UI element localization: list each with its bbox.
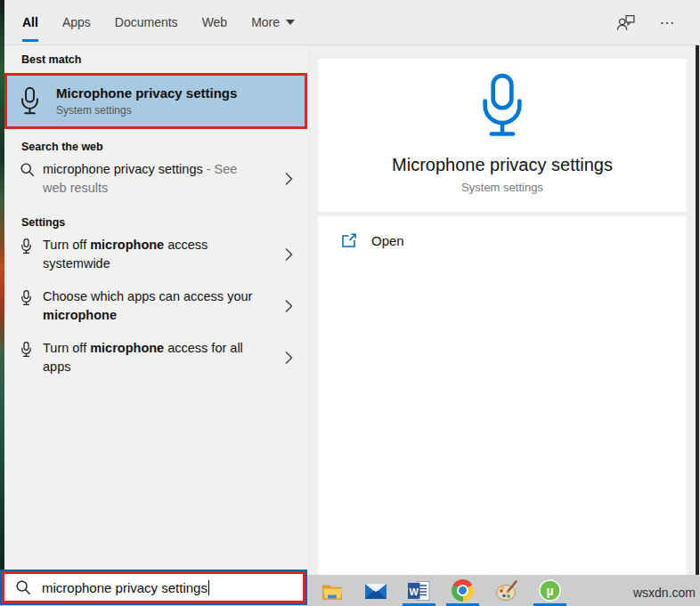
result-line: Turn off microphone access [43, 236, 208, 255]
svg-text:W: W [410, 586, 419, 596]
caret-down-icon [286, 20, 295, 25]
best-match-result[interactable]: Microphone privacy settings System setti… [4, 73, 307, 129]
taskbar-file-explorer-icon[interactable] [310, 575, 354, 606]
best-match-title: Microphone privacy settings [56, 85, 237, 101]
tab-label: All [22, 15, 38, 29]
tab-all[interactable]: All [22, 0, 38, 44]
section-label: Settings [21, 216, 307, 229]
result-text: microphone privacy settings - Seeweb res… [43, 160, 237, 198]
tab-web[interactable]: Web [202, 0, 228, 44]
microphone-icon [18, 86, 42, 117]
result-line: systemwide [43, 255, 208, 273]
result-line: microphone [43, 306, 252, 325]
search-box-annotation: microphone privacy settings [2, 571, 305, 603]
chevron-right-icon [285, 248, 293, 262]
preview-title: Microphone privacy settings [392, 155, 613, 175]
search-results-panel: Best match Microphone privacy settings S… [4, 45, 307, 570]
search-result-row[interactable]: Choose which apps can access yourmicroph… [4, 280, 307, 332]
feedback-icon[interactable] [615, 14, 636, 31]
taskbar-word-icon[interactable]: W [397, 575, 441, 606]
result-line: Turn off microphone access for all [43, 339, 243, 358]
tab-apps[interactable]: Apps [62, 0, 91, 44]
preview-actions-card: Open [318, 216, 687, 575]
microphone-icon [20, 341, 35, 359]
open-action[interactable]: Open [318, 216, 687, 248]
panel-right-edge [696, 45, 699, 575]
preview-subtitle: System settings [461, 181, 543, 194]
best-match-text: Microphone privacy settings System setti… [56, 85, 237, 117]
taskbar-paint-icon[interactable] [484, 575, 528, 606]
more-options-ellipsis-icon[interactable]: … [659, 14, 679, 30]
svg-text:µ: µ [546, 584, 553, 598]
search-icon [20, 162, 35, 177]
windows-search-screen: AllAppsDocumentsWebMore … Best match [0, 0, 700, 606]
best-match-section-label: Best match [21, 53, 307, 66]
result-line: Choose which apps can access your [43, 287, 252, 306]
tab-label: More [251, 15, 280, 29]
search-filter-tabs: AllAppsDocumentsWebMore [22, 0, 295, 44]
taskbar-mail-icon[interactable] [354, 575, 397, 606]
tab-more[interactable]: More [251, 0, 295, 44]
open-external-icon [341, 233, 358, 248]
tab-documents[interactable]: Documents [115, 0, 178, 44]
result-line: microphone privacy settings - See [43, 160, 237, 179]
result-text: Turn off microphone access for allapps [43, 339, 243, 376]
search-result-row[interactable]: Turn off microphone accesssystemwide [4, 229, 307, 280]
search-header: AllAppsDocumentsWebMore … [4, 0, 700, 45]
section-label: Search the web [21, 141, 307, 153]
preview-card: Microphone privacy settings System setti… [318, 59, 687, 212]
search-result-row[interactable]: Turn off microphone access for allapps [4, 332, 307, 384]
taskbar-search-box[interactable]: microphone privacy settings [0, 570, 307, 605]
taskbar-icons: Wµ [310, 575, 572, 606]
microphone-icon [475, 72, 530, 145]
preview-panel: Microphone privacy settings System setti… [307, 45, 696, 575]
text-caret [208, 580, 210, 595]
search-icon [15, 579, 31, 595]
microphone-icon [20, 289, 35, 307]
taskbar-chrome-icon[interactable] [441, 575, 484, 606]
chevron-right-icon [285, 300, 293, 313]
microphone-icon [20, 238, 35, 255]
result-line: web results [43, 179, 237, 198]
search-input[interactable]: microphone privacy settings [42, 580, 209, 595]
open-label: Open [371, 233, 404, 248]
result-sections: Search the webmicrophone privacy setting… [4, 141, 307, 384]
result-text: Choose which apps can access yourmicroph… [43, 287, 252, 325]
search-result-row[interactable]: microphone privacy settings - Seeweb res… [4, 153, 307, 205]
tab-label: Apps [62, 15, 91, 29]
watermark: wsxdn.com [633, 586, 696, 600]
tab-label: Documents [115, 15, 178, 29]
result-line: apps [43, 358, 243, 376]
taskbar-utorrent-icon[interactable]: µ [528, 575, 572, 606]
result-text: Turn off microphone accesssystemwide [43, 236, 208, 273]
chevron-right-icon [285, 351, 293, 365]
best-match-subtitle: System settings [56, 104, 237, 117]
chevron-right-icon [285, 173, 293, 186]
header-icons: … [615, 0, 700, 44]
tab-label: Web [202, 15, 228, 29]
